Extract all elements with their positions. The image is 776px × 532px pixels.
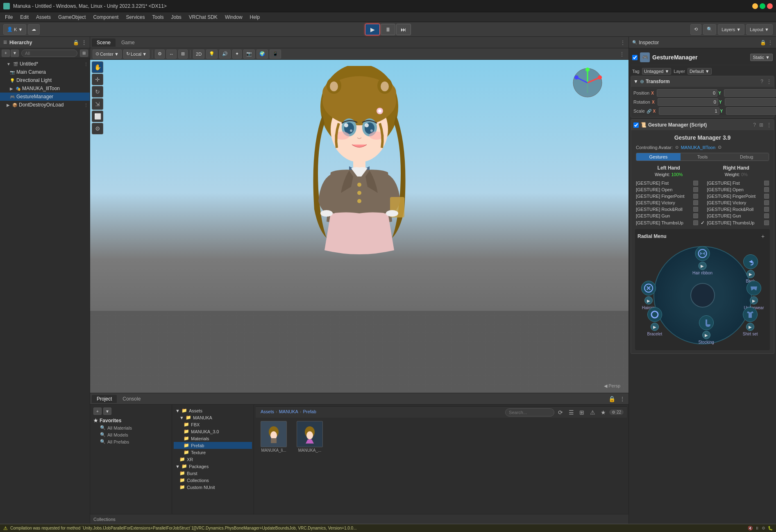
hierarchy-item-main-camera[interactable]: 📷 Main Camera xyxy=(0,68,90,76)
hierarchy-menu-icon[interactable]: ⋮ xyxy=(82,40,86,45)
rotation-y-input[interactable] xyxy=(725,98,776,106)
layer-dropdown[interactable]: Default ▼ xyxy=(688,68,712,75)
center-button[interactable]: ⊙ Center ▼ xyxy=(93,50,122,59)
gesture-fp-left[interactable]: [GESTURE] FingerPoint xyxy=(636,194,692,199)
shirt-play[interactable]: ▶ xyxy=(746,323,754,331)
gesture-fp-right-btn[interactable] xyxy=(764,194,769,199)
assets-custom-nunit[interactable]: 📁 Custom NUnit xyxy=(174,484,252,491)
inspector-menu-icon[interactable]: ⋮ xyxy=(768,40,773,45)
back-play[interactable]: ▶ xyxy=(747,270,755,278)
gesture-tu-left-btn[interactable] xyxy=(693,220,698,225)
gesture-fist-left-btn[interactable] xyxy=(693,181,698,186)
assets-packages[interactable]: ▼ 📁 Packages xyxy=(174,463,252,470)
gesture-fist-left[interactable]: [GESTURE] Fist xyxy=(636,181,692,186)
gizmos-button[interactable]: 🌍 xyxy=(256,50,268,59)
local-button[interactable]: ↻ Local ▼ xyxy=(123,50,150,59)
gesture-gun-left[interactable]: [GESTURE] Gun xyxy=(636,213,692,218)
scene-camera-button[interactable]: 📷 xyxy=(243,50,255,59)
scale-y-input[interactable] xyxy=(726,107,776,115)
stocking-play[interactable]: ▶ xyxy=(702,331,710,339)
menu-jobs[interactable]: Jobs xyxy=(168,14,184,21)
transform-tool[interactable]: ⚙ xyxy=(92,123,103,134)
tools-tab[interactable]: Tools xyxy=(681,153,725,161)
project-add-button[interactable]: + xyxy=(93,407,102,415)
rect-tool[interactable]: ⬜ xyxy=(92,111,103,122)
radial-item-hairpin[interactable]: ▶ Hairpin xyxy=(641,281,656,310)
2d-button[interactable]: 2D xyxy=(193,50,204,59)
inspector-lock-icon[interactable]: 🔒 xyxy=(760,40,766,45)
menu-gameobject[interactable]: GameObject xyxy=(55,14,89,21)
assets-fbx[interactable]: 📁 FBX xyxy=(174,421,252,428)
compile-settings-icon[interactable]: ⚙ xyxy=(762,526,765,530)
gesture-vic-right[interactable]: [GESTURE] Victory xyxy=(707,200,763,205)
bracelet-play[interactable]: ▶ xyxy=(651,323,659,331)
debug-tab[interactable]: Debug xyxy=(724,153,769,161)
gesture-rr-left[interactable]: [GESTURE] Rock&Roll xyxy=(636,207,692,212)
radial-item-bracelet[interactable]: ▶ Bracelet xyxy=(647,307,663,336)
fav-all-prefabs[interactable]: 🔍 All Prefabs xyxy=(92,438,170,445)
lock-icon[interactable]: 🔒 xyxy=(607,394,616,403)
hairpin-play[interactable]: ▶ xyxy=(644,297,653,305)
hierarchy-menu-btn[interactable]: ⋮ xyxy=(84,62,88,66)
tab-console[interactable]: Console xyxy=(118,395,145,403)
scale-x-input[interactable] xyxy=(659,107,719,115)
gestures-tab[interactable]: Gestures xyxy=(636,153,681,161)
files-view-icon[interactable]: ⊞ xyxy=(577,408,586,417)
gesture-tu-right-btn[interactable] xyxy=(764,220,769,225)
gesture-tu-right[interactable]: [GESTURE] ThumbsUp xyxy=(707,220,763,225)
position-x-input[interactable] xyxy=(657,89,717,97)
menu-file[interactable]: File xyxy=(2,14,16,21)
tag-dropdown[interactable]: Untagged ▼ xyxy=(642,68,672,75)
gesture-help-icon[interactable]: ? xyxy=(753,122,756,128)
display-button[interactable]: 📱 xyxy=(270,50,281,59)
assets-texture[interactable]: 📁 Texture xyxy=(174,449,252,456)
hierarchy-item-directional-light[interactable]: 💡 Directional Light xyxy=(0,76,90,84)
menu-help[interactable]: Help xyxy=(247,14,263,21)
pause-button[interactable]: ⏸ xyxy=(381,24,395,35)
controlling-avatar-name[interactable]: MANUKA_lllToon xyxy=(681,145,715,150)
radial-item-underwear[interactable]: ▶ Underwear xyxy=(744,281,764,310)
gesture-options-icon[interactable]: ⋮ xyxy=(767,122,771,128)
file-item-1[interactable]: MANUKA_... xyxy=(293,419,326,454)
hierarchy-filter-button[interactable]: ⊞ xyxy=(80,50,88,57)
files-star-icon[interactable]: ★ xyxy=(599,408,608,417)
gesture-tu-left[interactable]: [GESTURE] ThumbsUp xyxy=(636,220,692,225)
tab-scene[interactable]: Scene xyxy=(92,38,116,47)
object-enabled-checkbox[interactable] xyxy=(632,55,638,60)
radial-item-hair-ribbon[interactable]: ▶ Hair ribbon xyxy=(692,246,712,275)
gesture-manager-header[interactable]: 📜 Gesture Manager (Script) ? ⊞ ⋮ xyxy=(631,120,774,130)
gesture-vic-left-btn[interactable] xyxy=(693,200,698,205)
bottom-tab-options[interactable]: ⋮ xyxy=(618,394,627,403)
rotate-tool[interactable]: ↻ xyxy=(92,86,103,97)
underwear-play[interactable]: ▶ xyxy=(750,297,758,305)
scale-tool[interactable]: ⇲ xyxy=(92,98,103,110)
assets-manuka[interactable]: ▼ 📁 MANUKA xyxy=(174,414,252,421)
maximize-button[interactable] xyxy=(760,3,765,9)
play-button[interactable]: ▶ xyxy=(365,24,380,35)
assets-manuka-3[interactable]: 📁 MANUKA_3.0 xyxy=(174,428,252,435)
assets-collections[interactable]: 📁 Collections xyxy=(174,477,252,484)
layers-button[interactable]: Layers ▼ xyxy=(718,24,744,35)
file-item-0[interactable]: MANUKA_li... xyxy=(257,419,290,454)
assets-root[interactable]: ▼ 📁 Assets xyxy=(174,407,252,414)
hierarchy-arrow-button[interactable]: ▼ xyxy=(11,50,19,57)
hierarchy-item-untitled[interactable]: ▼ 🎬 Untitled* ⋮ xyxy=(0,60,90,68)
project-arrow-button[interactable]: ▼ xyxy=(103,407,111,415)
files-filter-icon[interactable]: ☰ xyxy=(567,408,576,417)
fav-all-models[interactable]: 🔍 All Models xyxy=(92,431,170,438)
gesture-open-left[interactable]: [GESTURE] Open xyxy=(636,187,692,192)
breadcrumb-assets[interactable]: Assets xyxy=(261,409,274,414)
move-tool[interactable]: ✛ xyxy=(92,74,103,85)
menu-services[interactable]: Services xyxy=(123,14,148,21)
gesture-vic-right-btn[interactable] xyxy=(764,200,769,205)
gesture-enabled-checkbox[interactable] xyxy=(633,122,639,128)
menu-assets[interactable]: Assets xyxy=(33,14,54,21)
hierarchy-item-gesture-manager[interactable]: 🎮 GestureManager xyxy=(0,93,90,101)
radial-item-stocking[interactable]: ▶ Stocking xyxy=(699,315,714,344)
transform-help-icon[interactable]: ? xyxy=(760,79,763,84)
dontdestroy-menu-btn[interactable]: ⋮ xyxy=(84,103,88,107)
fx-button[interactable]: ✦ xyxy=(232,50,242,59)
gesture-gun-left-btn[interactable] xyxy=(693,213,698,218)
gesture-gun-right[interactable]: [GESTURE] Gun xyxy=(707,213,763,218)
close-button[interactable] xyxy=(767,3,773,9)
